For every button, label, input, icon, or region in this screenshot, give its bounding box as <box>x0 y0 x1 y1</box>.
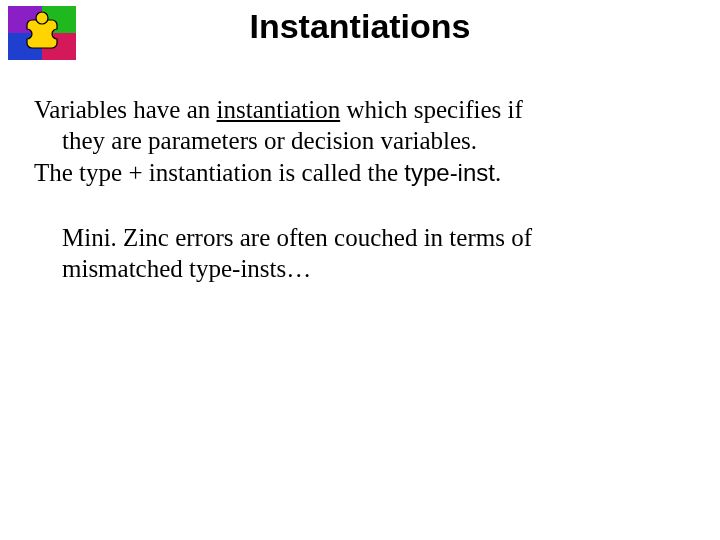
text-fragment: The type + instantiation is called the <box>34 159 404 186</box>
paragraph-1-line-1: Variables have an instantiation which sp… <box>34 94 674 125</box>
paragraph-3-line-2: mismatched type-insts… <box>62 253 674 284</box>
text-fragment: which specifies if <box>340 96 523 123</box>
underlined-term: instantiation <box>217 96 341 123</box>
text-fragment: . <box>495 159 501 186</box>
paragraph-3-line-1: Mini. Zinc errors are often couched in t… <box>62 222 674 253</box>
paragraph-2: The type + instantiation is called the t… <box>34 157 674 188</box>
paragraph-1-line-2: they are parameters or decision variable… <box>34 125 674 156</box>
slide: Instantiations Variables have an instant… <box>0 0 720 540</box>
text-fragment: Variables have an <box>34 96 217 123</box>
slide-body: Variables have an instantiation which sp… <box>34 94 674 284</box>
paragraph-3: Mini. Zinc errors are often couched in t… <box>34 222 674 285</box>
type-inst-term: type-inst <box>404 159 495 186</box>
slide-title: Instantiations <box>0 8 720 45</box>
